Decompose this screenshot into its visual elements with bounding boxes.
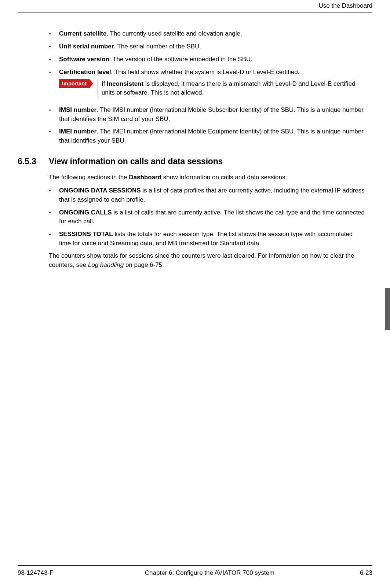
section-number: 6.5.3	[18, 155, 49, 168]
bullet-icon: •	[49, 127, 59, 145]
footer-page-number: 6-23	[328, 569, 372, 578]
important-tag: Important	[59, 79, 90, 88]
properties-list-a: • Current satellite. The currently used …	[49, 29, 365, 145]
bullet-icon: •	[49, 68, 59, 102]
list-item-body: ONGOING DATA SESSIONS is a list of data …	[59, 186, 365, 204]
list-item-body: SESSIONS TOTAL lists the totals for each…	[59, 230, 365, 248]
list-item-body: Software version. The version of the sof…	[59, 55, 365, 64]
term: IMSI number	[59, 106, 96, 113]
list-item-body: Current satellite. The currently used sa…	[59, 29, 365, 38]
list-item: • Software version. The version of the s…	[49, 55, 365, 64]
bullet-icon: •	[49, 208, 59, 226]
list-item-body: Certification level. This field shows wh…	[59, 68, 365, 102]
list-item-body: IMEI number. The IMEI number (Internatio…	[59, 127, 365, 145]
section-heading: 6.5.3 View information on calls and data…	[18, 155, 372, 168]
term: Software version	[59, 56, 109, 63]
bullet-icon: •	[49, 42, 59, 51]
term: Certification level	[59, 69, 111, 76]
callout-pre: If	[102, 80, 107, 87]
term-desc: The IMSI number (International Mobile Su…	[59, 106, 364, 122]
intro-paragraph: The following sections in the Dashboard …	[49, 173, 365, 182]
term-desc: The version of the software embedded in …	[111, 56, 252, 63]
footer-doc-id: 98-124743-F	[18, 569, 91, 578]
list-item: • ONGOING CALLS is a list of calls that …	[49, 208, 365, 226]
intro-post: show information on calls and data sessi…	[161, 174, 287, 181]
term-desc: The IMEI number (International Mobile Eq…	[59, 128, 364, 144]
list-item-body: Unit serial number. The serial number of…	[59, 42, 365, 51]
page-header: Use the Dashboard	[18, 0, 372, 12]
term: ONGOING DATA SESSIONS	[59, 187, 141, 194]
term: SESSIONS TOTAL	[59, 231, 113, 238]
important-callout: Important If Inconsistent is displayed, …	[59, 79, 365, 98]
closing-paragraph: The counters show totals for sessions si…	[49, 251, 365, 269]
term: Current satellite	[59, 30, 106, 37]
intro-bold: Dashboard	[129, 174, 161, 181]
page-content: • Current satellite. The currently used …	[18, 29, 372, 274]
list-item: • Current satellite. The currently used …	[49, 29, 365, 38]
bullet-icon: •	[49, 230, 59, 248]
footer-row: 98-124743-F Chapter 6: Configure the AVI…	[18, 569, 372, 578]
term: ONGOING CALLS	[59, 209, 112, 216]
section-thumb-tab	[385, 288, 390, 330]
list-item: • Certification level. This field shows …	[49, 68, 365, 102]
bullet-icon: •	[49, 55, 59, 64]
list-item-body: ONGOING CALLS is a list of calls that ar…	[59, 208, 365, 226]
list-item: • SESSIONS TOTAL lists the totals for ea…	[49, 230, 365, 248]
bullet-icon: •	[49, 186, 59, 204]
term-desc: The currently used satellite and elevati…	[108, 30, 242, 37]
footer-separator	[18, 565, 372, 566]
bullet-icon: •	[49, 106, 59, 124]
page-container: Use the Dashboard • Current satellite. T…	[18, 0, 372, 588]
list-item: • ONGOING DATA SESSIONS is a list of dat…	[49, 186, 365, 204]
page-footer: 98-124743-F Chapter 6: Configure the AVI…	[18, 565, 372, 578]
section-title: View information on calls and data sessi…	[49, 155, 223, 168]
intro-pre: The following sections in the	[49, 174, 129, 181]
list-item: • Unit serial number. The serial number …	[49, 42, 365, 51]
session-list: • ONGOING DATA SESSIONS is a list of dat…	[49, 186, 365, 248]
bullet-icon: •	[49, 29, 59, 38]
list-item-body: IMSI number. The IMSI number (Internatio…	[59, 106, 365, 124]
term-desc: This field shows whether the system is L…	[113, 69, 299, 76]
term-desc: The serial number of the SBU.	[116, 43, 201, 50]
header-title: Use the Dashboard	[319, 1, 372, 11]
list-item: • IMEI number. The IMEI number (Internat…	[49, 127, 365, 145]
footer-chapter: Chapter 6: Configure the AVIATOR 700 sys…	[91, 569, 328, 578]
term: IMEI number	[59, 128, 96, 135]
list-item: • IMSI number. The IMSI number (Internat…	[49, 106, 365, 124]
term: Unit serial number	[59, 43, 114, 50]
closing-post: on page 6-75.	[124, 261, 164, 268]
closing-ref: Log handling	[88, 261, 124, 268]
callout-separator	[98, 79, 98, 98]
callout-bold: Inconsistent	[107, 80, 143, 87]
callout-body: If Inconsistent is displayed, it means t…	[102, 79, 365, 98]
